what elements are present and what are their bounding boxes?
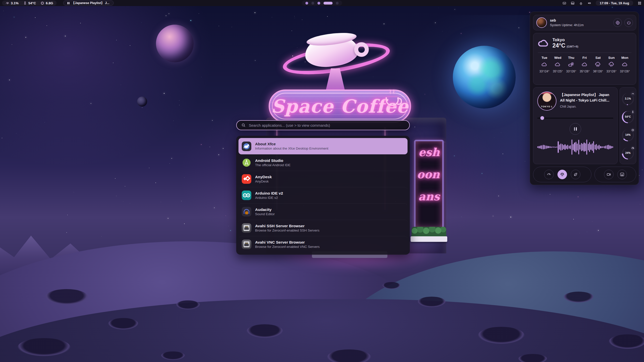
keyboard-layout-icon[interactable] [562, 1, 567, 5]
rain-cloud-icon [595, 62, 601, 67]
music-info: TOKYO L 【Japanese Playlist】 Japan All Ni… [537, 92, 613, 111]
cloud-icon [622, 62, 628, 67]
crater [176, 300, 200, 309]
screenshot-button[interactable] [617, 170, 627, 179]
screen-record-button[interactable] [604, 170, 614, 179]
power-button[interactable] [624, 18, 633, 27]
workspace-dot[interactable] [324, 2, 333, 5]
seek-bar[interactable] [537, 116, 613, 120]
notification-bell-icon[interactable] [579, 1, 583, 5]
audacity-icon [242, 207, 251, 216]
search-input[interactable] [249, 123, 405, 127]
crater [18, 338, 70, 356]
disk-gauge: 24% [622, 146, 634, 160]
gear-icon [616, 21, 620, 25]
cup-handle [354, 42, 369, 57]
crater [478, 327, 525, 344]
video-camera-icon [607, 172, 611, 177]
forecast-day: Fri 35°/26° [578, 56, 591, 73]
shop-window: esh oon ans [414, 140, 444, 229]
temperature-stat: 54°C [23, 1, 36, 5]
app-row-about-xfce[interactable]: About Xfce Information about the Xfce De… [238, 138, 408, 154]
cloud-icon [554, 62, 561, 67]
top-bar-right: 17:09 - Tue, 19 Aug [562, 1, 644, 6]
small-moon [137, 97, 147, 107]
now-playing-pill[interactable]: 【Japanese Playlist】 J... [63, 1, 114, 6]
user-name: seb [550, 18, 584, 22]
workspace-dot[interactable] [305, 2, 308, 5]
cloud-icon [581, 62, 588, 67]
app-texts: Avahi VNC Server Browser Browse for Zero… [255, 240, 320, 249]
gauge-value: 24% [625, 151, 630, 154]
crater [45, 289, 88, 305]
network-port-icon [242, 240, 251, 249]
app-texts: Audacity Sound Editor [255, 207, 275, 216]
app-row-arduino[interactable]: Arduino IDE v2 Arduino IDE v2 [238, 187, 408, 203]
cpu-gauge: 3.1% [622, 92, 634, 106]
settings-button[interactable] [613, 18, 622, 27]
gauge-value: 3.1% [625, 97, 631, 100]
wallpaper-icon[interactable] [571, 1, 575, 5]
power-saver-profile-button[interactable] [571, 170, 580, 179]
app-texts: Avahi SSH Server Browser Browse for Zero… [255, 224, 319, 233]
earth [453, 46, 516, 109]
app-description: Browse for Zeroconf-enabled VNC Servers [255, 245, 320, 249]
audio-visualizer [537, 138, 613, 156]
crater [609, 334, 644, 349]
forecast-day: Mon 33°/26° [618, 56, 631, 73]
user-card: seb System Uptime: 4h11m [533, 15, 636, 30]
user-texts: seb System Uptime: 4h11m [550, 18, 584, 27]
app-row-android-studio[interactable]: Android Studio The official Android IDE [238, 154, 408, 171]
app-row-anydesk[interactable]: AnyDesk AnyDesk [238, 171, 408, 187]
app-description: AnyDesk [255, 180, 272, 184]
workspace-dot[interactable] [317, 2, 320, 5]
app-row-avahi-ssh[interactable]: Avahi SSH Server Browser Browse for Zero… [238, 220, 408, 236]
sidebar-panel: seb System Uptime: 4h11m Tokyo 24°C(GMT+… [530, 12, 639, 185]
system-stats-island: 3.1% 54°C 6.8G [2, 1, 57, 6]
workspace-dot[interactable] [336, 2, 339, 5]
forecast-day: Sat 36°/26° [591, 56, 605, 73]
forecast-day: Thu 33°/26° [565, 56, 578, 73]
gauge-value: 54°C [625, 115, 631, 118]
workspace-dot[interactable] [311, 2, 314, 5]
cloud-icon [538, 39, 549, 47]
app-row-avahi-vnc[interactable]: Avahi VNC Server Browser Browse for Zero… [238, 236, 408, 252]
disk-icon [630, 146, 635, 151]
app-description: Browse for Zeroconf-enabled SSH Servers [255, 229, 319, 233]
app-description: Information about the Xfce Desktop Envir… [255, 147, 328, 151]
app-name: Avahi VNC Server Browser [255, 240, 320, 244]
power-icon [627, 21, 631, 25]
screenshot-icon [620, 172, 624, 177]
sun-cloud-icon [568, 62, 575, 67]
arduino-icon [242, 191, 251, 200]
app-description: Arduino IDE v2 [255, 196, 283, 200]
xfce-mouse-icon [242, 142, 251, 151]
overview-grid-icon[interactable] [637, 1, 641, 5]
speedometer-icon [6, 1, 9, 5]
app-texts: About Xfce Information about the Xfce De… [255, 142, 328, 151]
top-bar: 3.1% 54°C 6.8G 【Japanese Playlist】 J... … [0, 0, 644, 6]
volume-icon[interactable] [587, 1, 591, 5]
balanced-profile-button[interactable] [557, 170, 567, 179]
memory-value: 6.8G [46, 1, 53, 5]
seek-knob[interactable] [540, 116, 544, 120]
launcher-search-bar[interactable] [236, 120, 410, 130]
thermometer-icon [630, 110, 635, 114]
crater [108, 318, 138, 330]
clock[interactable]: 17:09 - Tue, 19 Aug [596, 1, 633, 6]
pause-button[interactable] [570, 123, 581, 135]
system-gauges-card: 3.1% 54°C 14% 24% [620, 87, 636, 164]
leaf-icon [573, 172, 578, 177]
track-artist: Chill Japan. [560, 105, 609, 108]
app-texts: Arduino IDE v2 Arduino IDE v2 [255, 191, 283, 200]
pause-icon [67, 2, 69, 4]
workspace-indicator[interactable] [302, 1, 342, 6]
app-description: Sound Editor [255, 212, 275, 216]
app-texts: Android Studio The official Android IDE [255, 158, 291, 167]
app-row-audacity[interactable]: Audacity Sound Editor [238, 203, 408, 220]
app-name: Arduino IDE v2 [255, 191, 283, 195]
chip-icon [41, 1, 44, 5]
performance-profile-button[interactable] [544, 170, 554, 179]
crater [518, 354, 547, 362]
scales-icon [560, 172, 565, 177]
